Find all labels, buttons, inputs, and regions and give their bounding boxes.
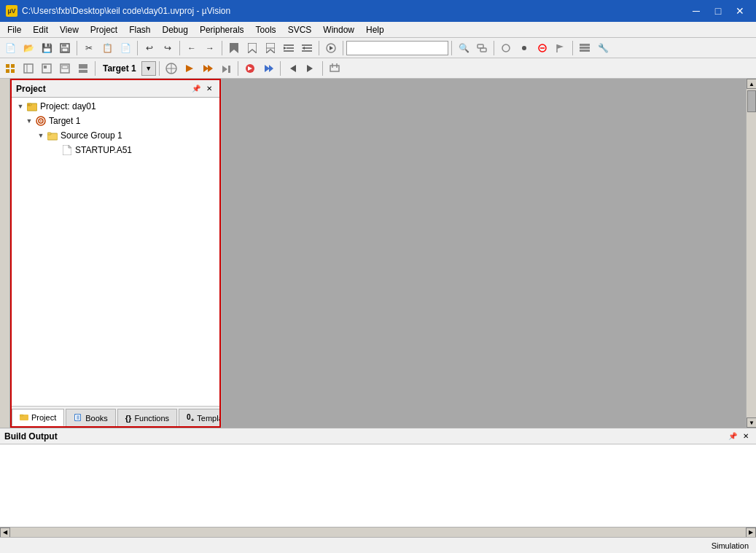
close-button[interactable]: ✕: [730, 3, 750, 19]
tree-file-node[interactable]: STARTUP.A51: [12, 143, 219, 157]
cut-button[interactable]: ✂: [80, 39, 98, 57]
save-all-button[interactable]: [56, 39, 74, 57]
scroll-thumb[interactable]: [747, 90, 756, 112]
tb2-btn3[interactable]: [38, 60, 55, 77]
scroll-right-button[interactable]: ▶: [746, 527, 756, 538]
svg-rect-18: [480, 48, 486, 52]
bookmark2-button[interactable]: [243, 39, 261, 57]
redo-button[interactable]: ↪: [159, 39, 176, 57]
bookmark3-button[interactable]: [262, 39, 279, 57]
bottom-area: Build Output 📌 ✕ ◀ ▶: [0, 428, 756, 537]
svg-marker-45: [208, 65, 213, 72]
scroll-left-button[interactable]: ◀: [0, 527, 10, 538]
target-dropdown[interactable]: ▼: [141, 61, 156, 76]
toolbar2-separator-4: [280, 61, 281, 76]
svg-rect-32: [24, 64, 33, 73]
menu-edit[interactable]: Edit: [27, 22, 54, 37]
panel-pin-button[interactable]: 📌: [190, 83, 202, 95]
circle-button[interactable]: [497, 39, 515, 57]
svg-marker-23: [557, 44, 564, 49]
arrow-left-button[interactable]: [284, 60, 301, 77]
tab-books[interactable]: Books: [66, 409, 116, 426]
menu-view[interactable]: View: [54, 22, 85, 37]
app-icon: µV: [6, 5, 17, 17]
undo-button[interactable]: ↩: [141, 39, 158, 57]
bookmark1-button[interactable]: [225, 39, 243, 57]
stop-button[interactable]: [534, 39, 551, 57]
tab-project[interactable]: Project: [12, 409, 64, 426]
project-tab-icon: [20, 412, 28, 423]
svg-rect-68: [20, 415, 23, 416]
panel-close-button[interactable]: ✕: [203, 83, 215, 95]
nav-forward-button[interactable]: →: [201, 39, 219, 57]
tb2-btn1[interactable]: [1, 60, 19, 77]
project-panel-label: Project: [16, 84, 46, 94]
scroll-track-area: [747, 89, 756, 417]
save-button[interactable]: 💾: [38, 39, 55, 57]
build-output-close-button[interactable]: ✕: [740, 431, 752, 442]
search-input[interactable]: [346, 41, 448, 55]
build-output-pin-button[interactable]: 📌: [727, 431, 739, 442]
flag-button[interactable]: [552, 39, 569, 57]
tree-project-node[interactable]: ▼ Project: day01: [12, 99, 219, 114]
menu-bar: File Edit View Project Flash Debug Perip…: [0, 22, 756, 38]
svg-rect-30: [6, 69, 9, 73]
project-expand-toggle[interactable]: ▼: [15, 101, 26, 112]
build-button[interactable]: [181, 60, 198, 77]
maximize-button[interactable]: □: [708, 3, 728, 19]
menu-window[interactable]: Window: [317, 22, 360, 37]
open-button[interactable]: 📂: [20, 39, 37, 57]
new-file-button[interactable]: 📄: [1, 39, 19, 57]
menu-help[interactable]: Help: [360, 22, 390, 37]
tb2-misc1[interactable]: [326, 60, 343, 77]
menu-debug[interactable]: Debug: [157, 22, 194, 37]
svg-rect-28: [6, 64, 9, 68]
minimize-button[interactable]: ─: [686, 3, 706, 19]
nav-back-button[interactable]: ←: [183, 39, 200, 57]
stop-build-button[interactable]: [217, 60, 235, 77]
rebuild-button[interactable]: [199, 60, 217, 77]
project-tree[interactable]: ▼ Project: day01 ▼: [12, 98, 219, 406]
tb2-btn5[interactable]: [74, 60, 92, 77]
unindent-button[interactable]: [298, 39, 316, 57]
replace-button[interactable]: [473, 39, 491, 57]
grid-button[interactable]: [576, 39, 593, 57]
horizontal-scrollbar: ◀ ▶: [0, 527, 756, 537]
svg-marker-66: [69, 145, 71, 148]
middle-row: Project 📌 ✕ ▼: [0, 79, 756, 428]
find-button[interactable]: 🔍: [455, 39, 472, 57]
scroll-up-button[interactable]: ▲: [747, 79, 756, 89]
tab-templates-label: Templates: [197, 414, 221, 423]
toolbar-separator-8: [494, 41, 494, 55]
svg-rect-64: [47, 133, 51, 135]
tb2-btn4[interactable]: [56, 60, 74, 77]
svg-rect-47: [228, 66, 230, 73]
menu-svcs[interactable]: SVCS: [282, 22, 318, 37]
svg-rect-38: [79, 64, 87, 73]
paste-button[interactable]: 📄: [117, 39, 134, 57]
arrow-right-button[interactable]: [302, 60, 319, 77]
menu-file[interactable]: File: [1, 22, 27, 37]
menu-flash[interactable]: Flash: [123, 22, 156, 37]
copy-button[interactable]: 📋: [98, 39, 116, 57]
menu-peripherals[interactable]: Peripherals: [194, 22, 250, 37]
tab-functions[interactable]: {} Functions: [117, 409, 177, 426]
scroll-down-button[interactable]: ▼: [747, 417, 756, 428]
wrench-button[interactable]: 🔧: [594, 39, 612, 57]
tab-templates[interactable]: 0+ Templates: [179, 409, 221, 426]
dot-button[interactable]: [515, 39, 533, 57]
run-button[interactable]: [322, 39, 340, 57]
target-expand-toggle[interactable]: ▼: [23, 115, 35, 127]
scrollbar-track: ▲ ▼: [747, 79, 756, 428]
left-panel-tabs: Project Books {} Functions 0+ Tem: [12, 406, 219, 426]
menu-project[interactable]: Project: [85, 22, 123, 37]
settings-target-button[interactable]: [163, 60, 180, 77]
menu-tools[interactable]: Tools: [250, 22, 282, 37]
indent-button[interactable]: [280, 39, 297, 57]
source-group-expand-toggle[interactable]: ▼: [35, 130, 47, 141]
tb2-btn2[interactable]: [20, 60, 37, 77]
tree-source-group-node[interactable]: ▼ Source Group 1: [12, 128, 219, 143]
debug-start-button[interactable]: [241, 60, 259, 77]
tree-target-node[interactable]: ▼ Target 1: [12, 114, 219, 128]
debug-forward-button[interactable]: [260, 60, 277, 77]
